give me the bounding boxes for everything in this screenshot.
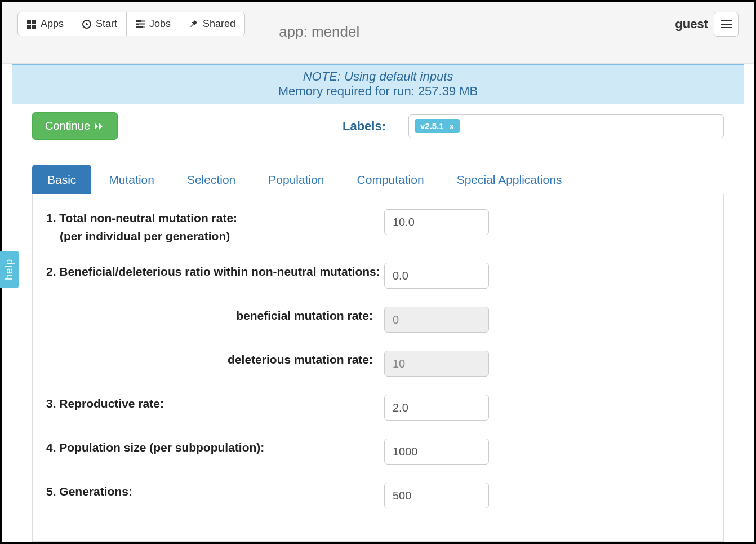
svg-rect-2 — [27, 25, 31, 29]
field-label: deleterious mutation rate: — [46, 351, 384, 369]
svg-marker-12 — [95, 123, 98, 130]
tab-selection[interactable]: Selection — [172, 165, 251, 194]
tab-computation[interactable]: Computation — [342, 165, 439, 194]
tab-basic[interactable]: Basic — [32, 165, 91, 194]
banner-memory: Memory required for run: 257.39 MB — [12, 84, 744, 99]
start-button[interactable]: Start — [73, 12, 127, 36]
tab-content: 1. Total non-neutral mutation rate: (per… — [32, 194, 724, 542]
pushpin-icon — [189, 20, 198, 29]
banner-note: NOTE: Using default inputs — [12, 69, 744, 84]
continue-button[interactable]: Continue — [32, 112, 118, 140]
info-banner: NOTE: Using default inputs Memory requir… — [12, 64, 744, 104]
field-label: 1. Total non-neutral mutation rate: (per… — [46, 209, 384, 245]
svg-rect-10 — [139, 23, 145, 25]
start-label: Start — [96, 18, 117, 30]
field-reproductive-rate: 3. Reproductive rate: — [46, 395, 710, 421]
tabs-nav: Basic Mutation Selection Population Comp… — [32, 165, 724, 194]
label-tag: v2.5.1 x — [415, 119, 460, 133]
svg-rect-9 — [141, 20, 145, 22]
field-label: 3. Reproductive rate: — [46, 395, 384, 413]
tab-population[interactable]: Population — [253, 165, 339, 194]
reproductive-rate-input[interactable] — [384, 395, 489, 421]
beneficial-rate-input — [384, 307, 489, 333]
field-deleterious-rate: deleterious mutation rate: — [46, 351, 710, 377]
jobs-button[interactable]: Jobs — [126, 12, 180, 36]
svg-rect-1 — [32, 20, 36, 24]
field-label: 2. Beneficial/deleterious ratio within n… — [46, 263, 384, 281]
label-text: 1. Total non-neutral mutation rate: — [46, 211, 237, 224]
field-population-size: 4. Population size (per subpopulation): — [46, 439, 710, 465]
user-label: guest — [675, 17, 708, 32]
apps-label: Apps — [41, 18, 64, 30]
play-circle-icon — [82, 20, 91, 29]
tag-text: v2.5.1 — [420, 121, 444, 131]
action-row: Continue Labels: v2.5.1 x — [2, 104, 754, 148]
tag-remove-icon[interactable]: x — [450, 121, 454, 131]
field-label: 4. Population size (per subpopulation): — [46, 439, 384, 457]
labels-heading: Labels: — [343, 119, 386, 134]
svg-rect-11 — [143, 26, 145, 28]
ratio-input[interactable] — [384, 263, 489, 289]
field-beneficial-rate: beneficial mutation rate: — [46, 307, 710, 333]
labels-input[interactable]: v2.5.1 x — [408, 114, 724, 138]
app-title: app: mendel — [279, 23, 359, 41]
svg-rect-0 — [27, 20, 31, 24]
field-label: beneficial mutation rate: — [46, 307, 384, 325]
svg-marker-5 — [86, 23, 88, 26]
shared-button[interactable]: Shared — [180, 12, 245, 36]
deleterious-rate-input — [384, 351, 489, 377]
tab-mutation[interactable]: Mutation — [94, 165, 170, 194]
generations-input[interactable] — [384, 483, 489, 508]
topbar: Apps Start Jobs Shared app: mendel guest — [2, 2, 754, 64]
help-tab[interactable]: help — [0, 251, 19, 288]
field-generations: 5. Generations: — [46, 483, 710, 508]
tab-special-applications[interactable]: Special Applications — [442, 165, 577, 194]
continue-label: Continue — [45, 120, 90, 132]
shared-label: Shared — [203, 18, 235, 30]
svg-rect-3 — [32, 25, 36, 29]
label-subtext: (per individual per generation) — [46, 229, 230, 242]
jobs-label: Jobs — [149, 18, 171, 30]
svg-marker-13 — [99, 123, 103, 130]
apps-button[interactable]: Apps — [17, 12, 73, 36]
field-label: 5. Generations: — [46, 483, 384, 501]
menu-button[interactable] — [714, 12, 739, 37]
mutation-rate-input[interactable] — [384, 209, 489, 235]
forward-icon — [95, 122, 105, 131]
toolbar-button-group: Apps Start Jobs Shared — [17, 12, 245, 36]
field-ratio: 2. Beneficial/deleterious ratio within n… — [46, 263, 710, 289]
grid-icon — [27, 20, 36, 29]
field-mutation-rate: 1. Total non-neutral mutation rate: (per… — [46, 209, 710, 245]
population-size-input[interactable] — [384, 439, 489, 465]
user-area: guest — [675, 12, 739, 37]
hamburger-icon — [721, 20, 732, 28]
tasks-icon — [136, 20, 145, 29]
